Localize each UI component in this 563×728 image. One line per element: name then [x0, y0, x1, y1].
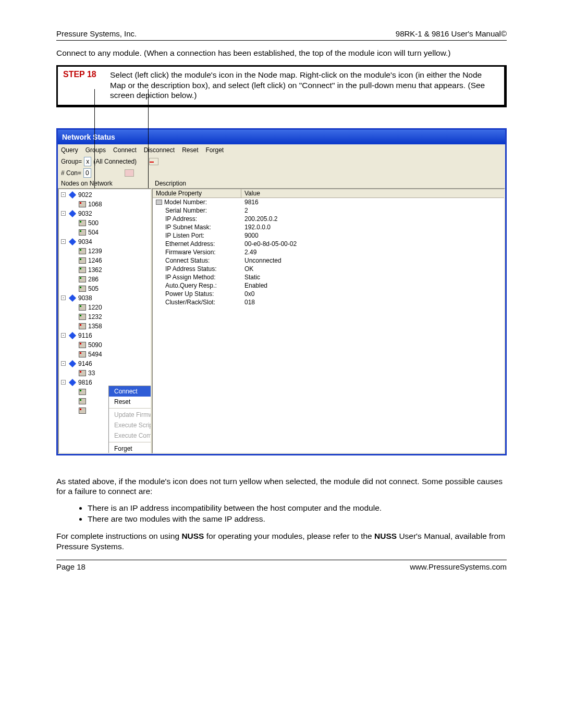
expander-icon[interactable]: -	[61, 295, 66, 300]
cm-reset[interactable]: Reset	[109, 397, 152, 407]
prop-value: OK	[241, 265, 504, 273]
tree-parent-node[interactable]: -9038	[59, 293, 151, 303]
module-icon	[79, 314, 86, 320]
tree-parent-node[interactable]: -9116	[59, 331, 151, 340]
prop-row: IP Address:200.205.0.2	[153, 215, 504, 223]
footer-rule	[56, 560, 507, 560]
tree-parent-node[interactable]: -9022	[59, 190, 151, 200]
tree-title: Nodes on Network	[58, 179, 152, 188]
group-field[interactable]: x	[84, 157, 91, 166]
prop-row: Model Number:9816	[153, 198, 504, 206]
tree-child-node[interactable]: 1362	[59, 265, 151, 275]
prop-row: IP Assign Method:Static	[153, 273, 504, 281]
tree-child-node[interactable]: 1232	[59, 312, 151, 322]
expander-icon[interactable]: -	[61, 361, 66, 366]
bullet-1: There is an IP address incompatibility b…	[88, 503, 507, 513]
tree-node-label: 1358	[88, 323, 102, 330]
window-titlebar: Network Status	[58, 130, 505, 144]
tree-node-label: 504	[88, 229, 99, 236]
tree-child-node[interactable]: 1358	[59, 322, 151, 331]
tree-child-node[interactable]: 1246	[59, 256, 151, 265]
menu-bar: Query Groups Connect Disconnect Reset Fo…	[58, 144, 505, 156]
con-field[interactable]: 0	[83, 168, 91, 178]
expander-icon[interactable]: -	[61, 333, 66, 338]
module-icon	[79, 342, 86, 348]
expander-icon[interactable]: -	[61, 380, 66, 385]
tree-child-node[interactable]: 505	[59, 284, 151, 293]
prop-label: Power Up Status:	[165, 290, 214, 298]
prop-label: Serial Number:	[165, 207, 207, 214]
prop-value: Static	[241, 273, 504, 281]
node-diamond-icon	[69, 360, 76, 367]
header-right: 98RK-1 & 9816 User's Manual©	[396, 29, 507, 38]
prop-header-col2: Value	[241, 189, 504, 198]
prop-label: IP Assign Method:	[165, 274, 216, 281]
tree-node-label: 5090	[88, 341, 102, 349]
prop-row: IP Subnet Mask:192.0.0.0	[153, 223, 504, 231]
tree-parent-node[interactable]: -9146	[59, 359, 151, 368]
cm-execute-script: Execute Script	[109, 420, 152, 430]
tree-panel[interactable]: -90221068-9032500504-9034123912461362286…	[58, 188, 152, 454]
toolbar-btn[interactable]	[149, 158, 158, 165]
expander-icon[interactable]: -	[61, 211, 66, 216]
tree-node-label: 500	[88, 219, 99, 227]
cm-connect[interactable]: Connect	[109, 386, 152, 397]
prop-header-col1: Module Property	[153, 189, 241, 198]
group-label: Group=	[61, 158, 82, 165]
tree-child-node[interactable]: 1068	[59, 200, 151, 209]
tree-child-node[interactable]: 286	[59, 275, 151, 284]
module-icon	[79, 398, 86, 404]
prop-label: Model Number:	[164, 199, 207, 206]
menu-reset[interactable]: Reset	[182, 146, 198, 154]
screenshot-container: Network Status Query Groups Connect Disc…	[56, 128, 507, 455]
toolbar-btn-2[interactable]	[125, 169, 134, 177]
toolbar-row-1: Group= x (All Connected)	[58, 156, 505, 167]
module-icon	[79, 286, 86, 292]
menu-query[interactable]: Query	[61, 146, 78, 154]
cm-update-firmware: Update Firmware	[109, 410, 152, 420]
node-diamond-icon	[69, 331, 76, 339]
tree-parent-node[interactable]: -9032	[59, 209, 151, 218]
tree-child-node[interactable]: 500	[59, 218, 151, 228]
tree-child-node[interactable]: 5494	[59, 350, 151, 359]
prop-value: Unconnected	[241, 256, 504, 265]
tree-child-node[interactable]: 33	[59, 368, 151, 378]
tree-node-label: 9116	[78, 332, 92, 339]
module-icon	[79, 389, 86, 395]
bullet-2: There are two modules with the same IP a…	[88, 514, 507, 524]
tree-node-label: 9816	[78, 379, 92, 386]
tree-child-node[interactable]: 5090	[59, 340, 151, 350]
tree-parent-node[interactable]: -9034	[59, 237, 151, 246]
expander-icon[interactable]: -	[61, 239, 66, 244]
tree-node-label: 33	[88, 369, 95, 377]
prop-value: 192.0.0.0	[241, 223, 504, 231]
menu-groups[interactable]: Groups	[85, 146, 106, 154]
prop-row: Cluster/Rack/Slot:018	[153, 298, 504, 306]
prop-row: Auto.Query Resp.:Enabled	[153, 281, 504, 290]
prop-label: Auto.Query Resp.:	[165, 282, 217, 289]
module-icon	[79, 370, 86, 376]
module-icon	[79, 220, 86, 226]
prop-label: IP Address Status:	[165, 265, 217, 273]
props-title: Description	[152, 179, 505, 188]
tree-node-label: 5494	[88, 351, 102, 358]
tree-child-node[interactable]: 1220	[59, 303, 151, 312]
tree-child-node[interactable]: 504	[59, 228, 151, 237]
tree-node-label: 1232	[88, 313, 102, 320]
menu-connect[interactable]: Connect	[113, 146, 137, 154]
cm-forget[interactable]: Forget	[109, 443, 152, 454]
menu-forget[interactable]: Forget	[205, 146, 224, 154]
con-label: # Con=	[61, 169, 81, 177]
tree-child-node[interactable]: 1239	[59, 246, 151, 256]
prop-row: Serial Number:2	[153, 206, 504, 215]
node-diamond-icon	[69, 209, 76, 217]
tree-node-label: 9032	[78, 210, 92, 217]
tree-node-label: 1239	[88, 248, 102, 255]
prop-label: Ethernet Address:	[165, 240, 215, 248]
group-suffix: (All Connected)	[93, 158, 137, 165]
module-icon	[79, 257, 86, 264]
prop-label: Cluster/Rack/Slot:	[165, 299, 215, 306]
module-icon	[79, 304, 86, 311]
module-icon	[79, 323, 86, 329]
expander-icon[interactable]: -	[61, 192, 66, 197]
